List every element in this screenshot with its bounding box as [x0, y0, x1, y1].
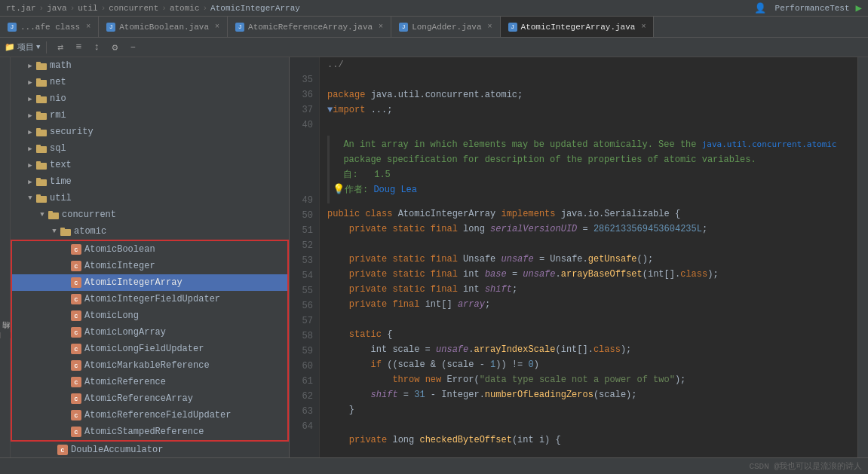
tree-item-rmi[interactable]: ▶ rmi — [11, 107, 289, 124]
svg-rect-21 — [60, 228, 65, 230]
left-side-panel — [0, 57, 11, 457]
breadcrumb-atomic[interactable]: atomic — [170, 4, 200, 13]
sql-arrow: ▶ — [26, 144, 35, 153]
tree-item-atomicreferencefieldUpdater[interactable]: C AtomicReferenceFieldUpdater — [12, 407, 287, 424]
atomicstampedreference-arrow — [63, 427, 69, 436]
time-arrow: ▶ — [26, 177, 35, 186]
util-folder-icon — [36, 194, 47, 203]
tree-item-atomicreference[interactable]: C AtomicReference — [12, 374, 287, 390]
code-editor[interactable]: 35 36 37 40 49 50 51 52 53 54 55 56 57 5… — [290, 57, 857, 457]
svg-rect-10 — [36, 146, 47, 153]
toolbar-expand-btn[interactable]: ↕ — [89, 40, 104, 55]
breadcrumb-rt[interactable]: rt.jar — [6, 4, 36, 13]
run-button[interactable]: ▶ — [856, 2, 862, 14]
tree-item-sql[interactable]: ▶ sql — [11, 140, 289, 157]
status-bar: CSDN @我也可以是流浪的诗人 — [0, 457, 868, 474]
tree-item-atomicreferencearray[interactable]: C AtomicReferenceArray — [12, 390, 287, 407]
toolbar-collapse-btn[interactable]: – — [125, 40, 140, 55]
code-line-64: private long checkedByteOffset(int i) { — [327, 433, 857, 448]
tab-long-adder-label: LongAdder.java — [412, 23, 481, 32]
tree-item-math[interactable]: ▶ math — [11, 57, 289, 74]
tab-atomic-ref-array-close[interactable]: × — [379, 23, 383, 31]
user-icon[interactable]: 👤 — [754, 2, 766, 14]
tab-atomic-boolean-close[interactable]: × — [215, 23, 219, 31]
svg-rect-18 — [48, 213, 59, 219]
tree-item-atomicstampedreference[interactable]: C AtomicStampedReference — [12, 424, 287, 440]
tree-item-atomic[interactable]: ▼ atomic — [11, 223, 289, 240]
atomicboolean-arrow — [63, 245, 69, 254]
tab-long-adder[interactable]: J LongAdder.java × — [391, 17, 500, 37]
toolbar-sync-btn[interactable]: ⇄ — [53, 40, 68, 55]
tree-item-atomicboolean[interactable]: C AtomicBoolean — [12, 241, 287, 258]
code-line-57: static { — [327, 327, 857, 342]
security-folder-icon — [36, 127, 47, 136]
breadcrumb-java[interactable]: java — [47, 4, 66, 13]
math-label: math — [50, 60, 72, 71]
breadcrumb-util[interactable]: util — [78, 4, 97, 13]
tree-item-concurrent[interactable]: ▼ concurrent — [11, 206, 289, 223]
svg-rect-0 — [36, 63, 47, 70]
atomiclongfieldUpdater-label: AtomicLongFieldUpdater — [84, 344, 204, 354]
tree-item-security[interactable]: ▶ security — [11, 124, 289, 140]
tree-item-atomiclongarray[interactable]: C AtomicLongArray — [12, 324, 287, 341]
atomicreference-class-icon: C — [71, 377, 81, 387]
javadoc-line1: An int array in which elements may be up… — [333, 137, 857, 152]
svg-rect-7 — [36, 112, 41, 114]
atomiclongarray-label: AtomicLongArray — [84, 327, 166, 338]
time-label: time — [50, 176, 72, 187]
tab-atomic-int-array[interactable]: J AtomicIntegerArray.java × — [501, 17, 655, 37]
tree-item-atomicintegerfieldUpdater[interactable]: C AtomicIntegerFieldUpdater — [12, 291, 287, 307]
tab-safe-class[interactable]: J ...afe class × — [0, 17, 99, 37]
atomicintegerfieldUpdater-label: AtomicIntegerFieldUpdater — [84, 294, 220, 304]
atomiclong-class-icon: C — [71, 310, 81, 321]
watermark: CSDN @我也可以是流浪的诗人 — [749, 460, 862, 472]
tree-item-atomiclongfieldUpdater[interactable]: C AtomicLongFieldUpdater — [12, 341, 287, 357]
structure-panel-label[interactable]: 结构 — [0, 332, 11, 338]
tab-atomic-int-array-label: AtomicIntegerArray.java — [521, 23, 636, 32]
atomicreferencearray-label: AtomicReferenceArray — [84, 393, 193, 404]
tab-safe-class-close[interactable]: × — [86, 23, 90, 31]
tree-item-atomicinteger[interactable]: C AtomicInteger — [12, 258, 287, 274]
tree-item-nio[interactable]: ▶ nio — [11, 90, 289, 107]
svg-rect-12 — [36, 163, 47, 170]
tree-item-atomicmarkablereference[interactable]: C AtomicMarkableReference — [12, 357, 287, 374]
atomicinteger-arrow — [63, 261, 69, 271]
atomicintegerarray-label: AtomicIntegerArray — [84, 277, 182, 288]
tab-long-adder-close[interactable]: × — [488, 23, 492, 31]
atomic-boolean-file-icon: J — [106, 23, 115, 32]
breadcrumb-concurrent[interactable]: concurrent — [109, 4, 158, 13]
atomicintegerfieldUpdater-arrow — [63, 295, 69, 304]
javadoc-line4: 💡作者: Doug Lea — [333, 182, 857, 197]
tree-item-util[interactable]: ▼ util — [11, 190, 289, 206]
atomiclongfieldUpdater-arrow — [63, 344, 69, 353]
math-arrow: ▶ — [26, 61, 35, 70]
tree-item-doubleaccumulator[interactable]: C DoubleAccumulator — [11, 442, 289, 457]
concurrent-folder-icon — [48, 210, 59, 219]
svg-rect-19 — [48, 211, 53, 213]
file-tree[interactable]: ▶ math ▶ net ▶ nio ▶ — [11, 57, 290, 457]
sql-folder-icon — [36, 144, 47, 153]
atomicintegerarray-arrow — [63, 278, 69, 287]
tab-atomic-boolean[interactable]: J AtomicBoolean.java × — [99, 17, 228, 37]
tree-item-atomiclong[interactable]: C AtomicLong — [12, 307, 287, 324]
run-config[interactable]: PerformanceTest — [775, 4, 850, 13]
toolbar-settings-btn[interactable]: ⚙ — [107, 40, 122, 55]
code-line-63 — [327, 417, 857, 433]
toolbar-list-btn[interactable]: ≡ — [71, 40, 86, 55]
code-line-40 — [327, 118, 857, 133]
code-line-parent: ../ — [327, 57, 857, 72]
tree-item-net[interactable]: ▶ net — [11, 74, 289, 90]
tab-atomic-int-array-close[interactable]: × — [641, 23, 646, 31]
tab-atomic-ref-array[interactable]: J AtomicReferenceArray.java × — [228, 17, 391, 37]
tree-item-text[interactable]: ▶ text — [11, 157, 289, 173]
atomicreferencefieldUpdater-label: AtomicReferenceFieldUpdater — [84, 410, 231, 420]
atomicinteger-label: AtomicInteger — [84, 261, 155, 271]
breadcrumb-current: AtomicIntegerArray — [210, 4, 300, 13]
project-dropdown-icon[interactable]: ▼ — [36, 44, 40, 51]
tree-item-time[interactable]: ▶ time — [11, 173, 289, 190]
code-area[interactable]: ../ package java.util.concurrent.atomic;… — [320, 57, 857, 457]
line-numbers: 35 36 37 40 49 50 51 52 53 54 55 56 57 5… — [290, 57, 320, 457]
svg-rect-2 — [36, 80, 47, 87]
tree-item-atomicintegerarray[interactable]: C AtomicIntegerArray — [12, 274, 287, 291]
svg-rect-15 — [36, 178, 41, 180]
